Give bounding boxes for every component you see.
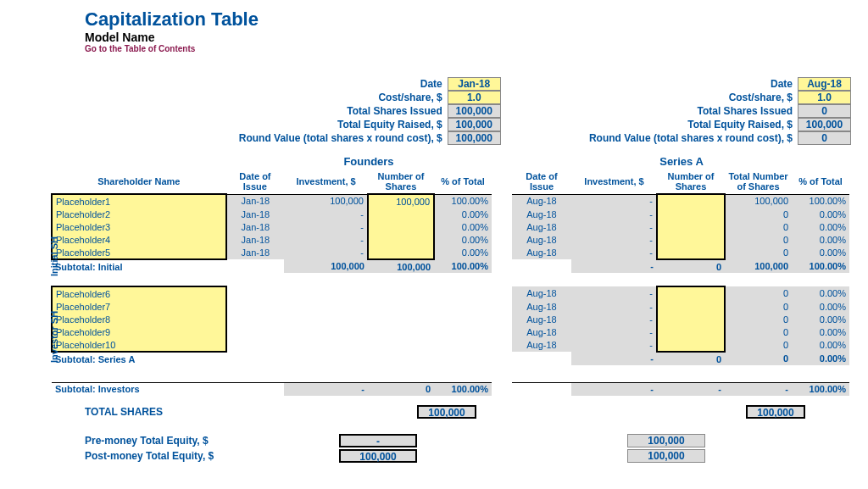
table-row: Aug-18 - 0 0.00% <box>512 246 849 259</box>
num-shares-input[interactable] <box>368 220 434 233</box>
investor-sh-label: Investor SH <box>49 295 59 363</box>
num-shares-input[interactable] <box>657 233 725 246</box>
table-row: Placeholder8 <box>52 313 492 325</box>
num-shares-input[interactable] <box>657 300 725 313</box>
table-row: Aug-18 - 100,000 100.00% <box>512 194 849 208</box>
date-label: Date <box>420 77 442 91</box>
subtotal-initial-row-a: - 0 100,000 100.00% <box>512 259 849 273</box>
col-pct: % of Total <box>434 169 492 194</box>
cost-label-a: Cost/share, $ <box>729 91 793 104</box>
num-shares-input[interactable] <box>657 246 725 259</box>
table-row: Placeholder5 Jan-18 - 0.00% <box>52 246 492 259</box>
table-row: Placeholder9 <box>52 325 492 338</box>
table-row: Placeholder1 Jan-18 100,000 100,000 100.… <box>52 194 492 208</box>
seriesa-rv: 0 <box>798 131 851 145</box>
col-sh: Shareholder Name <box>52 169 226 194</box>
founders-title: Founders <box>246 155 492 168</box>
num-shares-input[interactable]: 100,000 <box>368 194 434 208</box>
tsi-label: Total Shares Issued <box>347 104 442 118</box>
date-label-a: Date <box>771 77 793 91</box>
rv-label-a: Round Value (total shares x round cost),… <box>589 131 793 145</box>
num-shares-input[interactable] <box>657 208 725 220</box>
table-row: Aug-18 - 0 0.00% <box>512 220 849 233</box>
num-shares-input[interactable] <box>657 286 725 300</box>
shareholder-name[interactable]: Placeholder2 <box>52 208 226 220</box>
num-shares-input[interactable] <box>368 208 434 220</box>
table-row: Placeholder6 <box>52 286 492 300</box>
postmoney-label: Post-money Total Equity, $ <box>85 450 339 462</box>
seriesa-title: Series A <box>512 155 851 168</box>
num-shares-input[interactable] <box>368 233 434 246</box>
table-row: Aug-18 - 0 0.00% <box>512 208 849 220</box>
model-name: Model Name <box>85 31 851 44</box>
table-row: Aug-18 - 0 0.00% <box>512 286 849 300</box>
col-date-a: Date of Issue <box>512 169 571 194</box>
table-row: Aug-18 - 0 0.00% <box>512 233 849 246</box>
founders-tsi: 100,000 <box>448 104 501 118</box>
num-shares-input[interactable] <box>657 220 725 233</box>
premoney-label: Pre-money Total Equity, $ <box>85 435 339 447</box>
total-shares-founders: 100,000 <box>417 405 476 419</box>
table-row: Placeholder10 <box>52 338 492 352</box>
num-shares-input[interactable] <box>657 325 725 338</box>
shareholder-name[interactable]: Placeholder8 <box>52 313 226 325</box>
tsi-label-a: Total Shares Issued <box>698 104 793 118</box>
ter-label: Total Equity Raised, $ <box>337 118 442 131</box>
total-shares-seriesa: 100,000 <box>746 405 805 419</box>
num-shares-input[interactable] <box>657 338 725 352</box>
table-row: Aug-18 - 0 0.00% <box>512 325 849 338</box>
seriesa-date[interactable]: Aug-18 <box>798 77 851 91</box>
shareholder-name[interactable]: Placeholder3 <box>52 220 226 233</box>
table-row: Aug-18 - 0 0.00% <box>512 338 849 352</box>
table-row: Placeholder4 Jan-18 - 0.00% <box>52 233 492 246</box>
shareholder-name[interactable]: Placeholder7 <box>52 300 226 313</box>
table-row: Aug-18 - 0 0.00% <box>512 313 849 325</box>
founders-cost[interactable]: 1.0 <box>448 91 501 104</box>
founders-rv: 100,000 <box>448 131 501 145</box>
seriesa-tsi: 0 <box>798 104 851 118</box>
founders-table: Shareholder Name Date of Issue Investmen… <box>51 169 492 396</box>
cost-label: Cost/share, $ <box>378 91 442 104</box>
table-row: Placeholder2 Jan-18 - 0.00% <box>52 208 492 220</box>
subtotal-seriesa-row-f: Subtotal: Series A <box>52 352 492 365</box>
postmoney-seriesa: 100,000 <box>627 449 705 463</box>
shareholder-name[interactable]: Placeholder6 <box>52 286 226 300</box>
subtotal-investors-row-f: Subtotal: Investors - 0 100.00% <box>52 382 492 396</box>
num-shares-input[interactable] <box>657 313 725 325</box>
subtotal-seriesa-row-a: - 0 0 0.00% <box>512 352 849 365</box>
premoney-founders: - <box>339 434 417 447</box>
page-title: Capitalization Table <box>85 8 851 31</box>
ter-label-a: Total Equity Raised, $ <box>687 118 793 131</box>
initial-sh-label: Initial SH <box>49 212 59 276</box>
seriesa-table: Date of Issue Investment, $ Number of Sh… <box>512 169 849 396</box>
seriesa-cost[interactable]: 1.0 <box>798 91 851 104</box>
toc-link[interactable]: Go to the Table of Contents <box>85 44 851 53</box>
col-num: Number of Shares <box>368 169 434 194</box>
founders-ter: 100,000 <box>448 118 501 131</box>
col-pct-a: % of Total <box>792 169 849 194</box>
premoney-seriesa: 100,000 <box>627 434 705 447</box>
total-shares-label: TOTAL SHARES <box>85 406 339 418</box>
seriesa-ter: 100,000 <box>798 118 851 131</box>
table-row: Aug-18 - 0 0.00% <box>512 300 849 313</box>
table-row: Placeholder7 <box>52 300 492 313</box>
num-shares-input[interactable] <box>657 194 725 208</box>
col-inv: Investment, $ <box>284 169 368 194</box>
shareholder-name[interactable]: Placeholder9 <box>52 325 226 338</box>
rv-label: Round Value (total shares x round cost),… <box>239 131 442 145</box>
shareholder-name[interactable]: Placeholder10 <box>52 338 226 352</box>
col-tnum-a: Total Number of Shares <box>725 169 792 194</box>
num-shares-input[interactable] <box>368 246 434 259</box>
shareholder-name[interactable]: Placeholder1 <box>52 194 226 208</box>
shareholder-name[interactable]: Placeholder5 <box>52 246 226 259</box>
col-num-a: Number of Shares <box>657 169 725 194</box>
col-inv-a: Investment, $ <box>571 169 657 194</box>
postmoney-founders: 100,000 <box>339 449 417 463</box>
table-row: Placeholder3 Jan-18 - 0.00% <box>52 220 492 233</box>
subtotal-initial-row: Subtotal: Initial 100,000 100,000 100.00… <box>52 259 492 273</box>
col-date: Date of Issue <box>226 169 285 194</box>
subtotal-investors-row-a: - - - 100.00% <box>512 382 849 396</box>
founders-date[interactable]: Jan-18 <box>448 77 501 91</box>
shareholder-name[interactable]: Placeholder4 <box>52 233 226 246</box>
